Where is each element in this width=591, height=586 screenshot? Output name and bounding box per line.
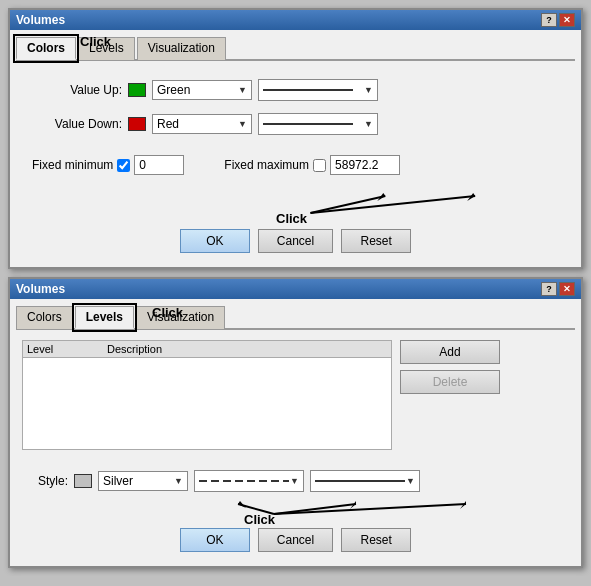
top-tab-visualization[interactable]: Visualization [137, 37, 226, 60]
fixed-min-input[interactable] [134, 155, 184, 175]
fixed-min-checkbox[interactable] [117, 159, 130, 172]
bottom-dialog-window: Volumes ? ✕ Colors Levels Visualization [8, 277, 583, 568]
top-dialog-content: Colors Levels Visualization Value Up: Gr… [10, 30, 581, 267]
value-up-label: Value Up: [32, 83, 122, 97]
bottom-click-arrows-label: Click [244, 512, 275, 527]
bottom-dialog-title: Volumes [16, 282, 65, 296]
top-form-section: Value Up: Green ▼ ▼ Value Down: [16, 71, 575, 155]
bottom-arrow-annotation-area: Click [16, 500, 575, 520]
value-up-color-box [128, 83, 146, 97]
top-ok-button[interactable]: OK [180, 229, 250, 253]
bottom-title-controls: ? ✕ [541, 282, 575, 296]
top-title-controls: ? ✕ [541, 13, 575, 27]
style-line-solid2[interactable]: ▼ [310, 470, 420, 492]
top-reset-button[interactable]: Reset [341, 229, 411, 253]
value-down-label: Value Down: [32, 117, 122, 131]
value-up-dropdown[interactable]: Green ▼ [152, 80, 252, 100]
value-up-arrow-icon: ▼ [238, 85, 247, 95]
value-down-arrow-icon: ▼ [238, 119, 247, 129]
fixed-max-group: Fixed maximum [224, 155, 400, 175]
style-color-arrow-icon: ▼ [174, 476, 183, 486]
svg-line-8 [274, 504, 466, 514]
top-tab-levels[interactable]: Levels [78, 37, 135, 60]
bottom-tab-levels[interactable]: Levels [75, 306, 134, 329]
bottom-reset-button[interactable]: Reset [341, 528, 411, 552]
levels-table: Level Description [22, 340, 392, 450]
line-solid-icon [263, 89, 353, 91]
top-tabs: Colors Levels Visualization [16, 36, 575, 61]
top-help-button[interactable]: ? [541, 13, 557, 27]
fixed-max-input[interactable] [330, 155, 400, 175]
levels-col-level-header: Level [27, 343, 107, 355]
levels-col-desc-header: Description [107, 343, 387, 355]
bottom-tabs: Colors Levels Visualization [16, 305, 575, 330]
top-click-annotation-area: Click [16, 191, 575, 221]
style-color-box [74, 474, 92, 488]
bottom-help-button[interactable]: ? [541, 282, 557, 296]
line-dashed-icon [199, 480, 289, 482]
svg-line-2 [310, 196, 475, 213]
top-cancel-button[interactable]: Cancel [258, 229, 333, 253]
value-down-line-style[interactable]: ▼ [258, 113, 378, 135]
bottom-ok-button[interactable]: OK [180, 528, 250, 552]
delete-button[interactable]: Delete [400, 370, 500, 394]
value-down-dropdown[interactable]: Red ▼ [152, 114, 252, 134]
top-btn-row: OK Cancel Reset [16, 221, 575, 261]
fixed-max-checkbox[interactable] [313, 159, 326, 172]
style-line2-arrow-icon: ▼ [406, 476, 415, 486]
fixed-min-group: Fixed minimum [32, 155, 184, 175]
line-down-arrow-icon: ▼ [364, 119, 373, 129]
bottom-dialog-content: Colors Levels Visualization Level Descri… [10, 299, 581, 566]
bottom-btn-row: OK Cancel Reset [16, 520, 575, 560]
bottom-arrow-svg [16, 500, 576, 520]
top-close-button[interactable]: ✕ [559, 13, 575, 27]
style-color-dropdown[interactable]: Silver ▼ [98, 471, 188, 491]
fixed-min-label: Fixed minimum [32, 158, 113, 172]
top-arrow-svg [16, 191, 575, 221]
fixed-max-label: Fixed maximum [224, 158, 309, 172]
value-down-row: Value Down: Red ▼ ▼ [32, 113, 559, 135]
line-up-arrow-icon: ▼ [364, 85, 373, 95]
top-title-bar: Volumes ? ✕ [10, 10, 581, 30]
top-dialog: Volumes ? ✕ Colors Levels Visualization [8, 8, 583, 269]
levels-buttons: Add Delete [400, 340, 500, 458]
bottom-close-button[interactable]: ✕ [559, 282, 575, 296]
top-dialog-window: Volumes ? ✕ Colors Levels Visualization [8, 8, 583, 269]
top-dialog-title: Volumes [16, 13, 65, 27]
value-up-row: Value Up: Green ▼ ▼ [32, 79, 559, 101]
style-label: Style: [32, 474, 68, 488]
style-line-dashed[interactable]: ▼ [194, 470, 304, 492]
levels-table-header: Level Description [23, 341, 391, 358]
value-down-color-box [128, 117, 146, 131]
value-up-line-style[interactable]: ▼ [258, 79, 378, 101]
top-tab-colors[interactable]: Colors [16, 37, 76, 60]
style-row: Style: Silver ▼ ▼ ▼ [16, 466, 575, 500]
line-solid2-icon [315, 480, 405, 482]
fixed-row: Fixed minimum Fixed maximum [16, 155, 575, 175]
bottom-dialog: Volumes ? ✕ Colors Levels Visualization [8, 277, 583, 568]
svg-marker-3 [467, 193, 475, 201]
style-line-arrow-icon: ▼ [290, 476, 299, 486]
bottom-title-bar: Volumes ? ✕ [10, 279, 581, 299]
svg-line-0 [310, 196, 385, 213]
bottom-tab-visualization[interactable]: Visualization [136, 306, 225, 329]
levels-area: Level Description Add Delete [16, 340, 575, 458]
svg-marker-1 [377, 193, 385, 201]
line-down-solid-icon [263, 123, 353, 125]
svg-marker-5 [238, 501, 246, 508]
add-button[interactable]: Add [400, 340, 500, 364]
bottom-cancel-button[interactable]: Cancel [258, 528, 333, 552]
bottom-tab-colors[interactable]: Colors [16, 306, 73, 329]
